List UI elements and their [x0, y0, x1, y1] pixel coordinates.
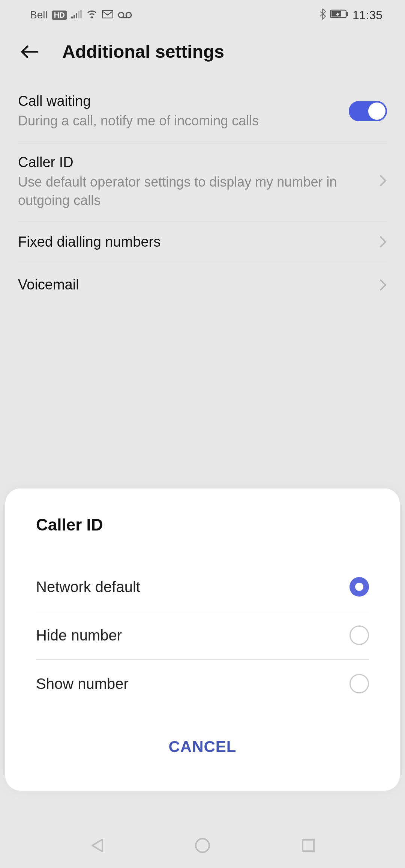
call-waiting-desc: During a call, notify me of incoming cal… — [18, 112, 341, 130]
setting-text: Caller ID Use default operator settings … — [18, 153, 379, 210]
page-title: Additional settings — [62, 41, 224, 62]
svg-rect-2 — [76, 13, 77, 18]
voicemail-icon — [118, 9, 132, 21]
dialog-actions: CANCEL — [36, 738, 369, 756]
chevron-right-icon — [379, 174, 387, 189]
caller-id-row[interactable]: Caller ID Use default operator settings … — [18, 142, 387, 222]
mail-icon — [102, 9, 113, 21]
chevron-right-icon — [379, 278, 387, 293]
back-button[interactable] — [20, 42, 39, 61]
status-bar: Bell HD 11:35 — [0, 0, 405, 23]
svg-rect-5 — [102, 11, 113, 18]
svg-rect-1 — [74, 15, 75, 18]
dialog-title: Caller ID — [36, 515, 369, 534]
navigation-bar — [0, 823, 405, 868]
svg-rect-11 — [332, 11, 341, 17]
svg-point-6 — [118, 12, 124, 18]
battery-icon — [330, 9, 349, 21]
svg-rect-4 — [80, 10, 82, 18]
option-label: Show number — [36, 675, 129, 692]
option-label: Network default — [36, 579, 140, 595]
arrow-left-icon — [20, 44, 39, 60]
caller-id-title: Caller ID — [18, 153, 371, 172]
svg-rect-0 — [71, 17, 73, 18]
option-label: Hide number — [36, 627, 122, 644]
cancel-button[interactable]: CANCEL — [169, 738, 237, 755]
nav-recent-button[interactable] — [299, 836, 317, 854]
svg-rect-13 — [303, 840, 314, 851]
setting-text: Voicemail — [18, 276, 379, 295]
option-hide-number[interactable]: Hide number — [36, 611, 369, 660]
triangle-back-icon — [89, 837, 104, 854]
radio-selected[interactable] — [350, 577, 369, 597]
carrier-label: Bell — [30, 9, 48, 21]
nav-home-button[interactable] — [194, 836, 212, 854]
settings-list: Call waiting During a call, notify me of… — [0, 81, 405, 307]
circle-home-icon — [194, 837, 211, 854]
square-recent-icon — [301, 838, 316, 853]
hd-badge: HD — [52, 11, 67, 20]
status-right: 11:35 — [319, 8, 382, 23]
call-waiting-row[interactable]: Call waiting During a call, notify me of… — [18, 81, 387, 142]
svg-rect-3 — [78, 11, 80, 18]
signal-icon — [71, 9, 82, 21]
svg-point-7 — [126, 12, 131, 18]
bluetooth-icon — [319, 8, 326, 23]
svg-rect-10 — [346, 12, 348, 16]
setting-text: Fixed dialling numbers — [18, 233, 379, 253]
header: Additional settings — [0, 23, 405, 81]
radio-unselected[interactable] — [350, 674, 369, 693]
clock-time: 11:35 — [352, 8, 382, 22]
setting-text: Call waiting During a call, notify me of… — [18, 92, 349, 130]
voicemail-row[interactable]: Voicemail — [18, 264, 387, 307]
svg-point-12 — [196, 839, 209, 852]
call-waiting-title: Call waiting — [18, 92, 341, 110]
option-show-number[interactable]: Show number — [36, 660, 369, 708]
voicemail-title: Voicemail — [18, 276, 371, 294]
radio-unselected[interactable] — [350, 625, 369, 645]
fixed-dialling-title: Fixed dialling numbers — [18, 233, 371, 251]
nav-back-button[interactable] — [88, 836, 106, 854]
chevron-right-icon — [379, 235, 387, 250]
call-waiting-toggle[interactable] — [349, 101, 387, 121]
option-network-default[interactable]: Network default — [36, 563, 369, 611]
caller-id-dialog: Caller ID Network default Hide number Sh… — [5, 488, 400, 791]
fixed-dialling-row[interactable]: Fixed dialling numbers — [18, 222, 387, 264]
caller-id-desc: Use default operator settings to display… — [18, 173, 371, 209]
status-left: Bell HD — [30, 9, 132, 21]
wifi-icon — [86, 9, 98, 21]
